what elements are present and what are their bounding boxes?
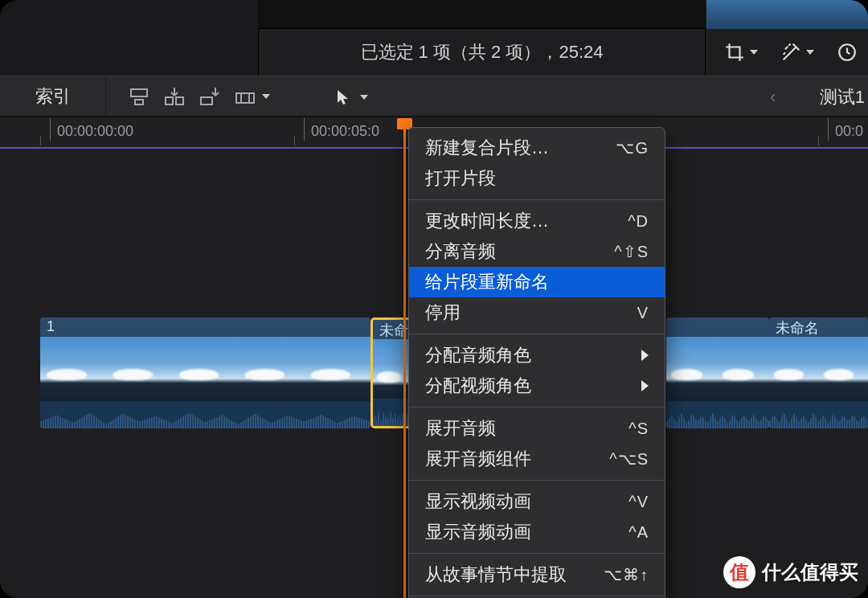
- enhance-tool[interactable]: [780, 42, 814, 63]
- clip-label: 1: [40, 317, 371, 337]
- menu-item[interactable]: 打开片段: [409, 163, 665, 194]
- project-title[interactable]: 测试1: [805, 85, 868, 109]
- menu-item-label: 显示音频动画: [425, 520, 531, 544]
- menu-shortcut: ^A: [628, 520, 649, 544]
- menu-shortcut: ^V: [628, 489, 649, 514]
- clip-audio-wave: [769, 401, 868, 428]
- svg-rect-4: [176, 97, 183, 104]
- clip-label: [666, 317, 769, 337]
- timeline-toolbar: 索引 ‹ 测试1: [0, 76, 868, 117]
- menu-item-label: 分离音频: [425, 240, 496, 264]
- menu-item[interactable]: 给片段重新命名: [409, 267, 665, 297]
- clip-label: 未命名: [769, 317, 868, 337]
- menu-item-label: 显示视频动画: [425, 489, 531, 514]
- clip-video-thumbs: [666, 337, 769, 401]
- crop-tool[interactable]: [724, 42, 758, 63]
- menu-item-label: 新建复合片段…: [425, 136, 549, 160]
- timeline-clip[interactable]: [666, 317, 769, 428]
- clip-video-thumbs: [40, 337, 371, 401]
- menu-shortcut: ⌥G: [616, 136, 649, 160]
- arrow-cursor-icon: [336, 88, 350, 106]
- ruler-timecode: 00:00:05:0: [304, 118, 379, 141]
- menu-item-label: 停用: [425, 301, 461, 325]
- clip-audio-wave: [373, 399, 413, 426]
- menu-item-label: 分配音频角色: [425, 343, 531, 367]
- menu-shortcut: ^⌥S: [609, 447, 649, 471]
- menu-shortcut: ⌥⌘↑: [604, 563, 649, 587]
- timeline-clip[interactable]: 未命名: [769, 317, 868, 428]
- overwrite-clip-dropdown[interactable]: [235, 86, 270, 107]
- insert-clip-icon[interactable]: [164, 86, 185, 107]
- menu-item[interactable]: 从故事情节中提取⌥⌘↑: [409, 559, 665, 590]
- index-label: 索引: [35, 84, 71, 109]
- menu-separator: [409, 553, 665, 554]
- ruler-tick: [294, 136, 301, 145]
- menu-item-label: 更改时间长度…: [425, 209, 549, 233]
- ruler-tick: [818, 136, 825, 145]
- menu-separator: [409, 407, 665, 408]
- menu-item-label: 打开片段: [425, 166, 496, 190]
- svg-rect-2: [135, 100, 143, 104]
- watermark-badge: 值: [723, 556, 755, 588]
- menu-item[interactable]: 显示音频动画^A: [409, 517, 665, 547]
- clip-video-thumbs: [769, 337, 868, 401]
- ruler-tick: [40, 136, 47, 145]
- clip-label: 未命: [373, 320, 413, 339]
- select-tool-dropdown[interactable]: [336, 76, 368, 117]
- retime-tool[interactable]: [837, 42, 858, 63]
- selection-status: 已选定 1 项（共 2 项），25:24: [361, 40, 604, 64]
- clip-audio-wave: [666, 401, 769, 428]
- menu-item[interactable]: 显示视频动画^V: [409, 486, 665, 517]
- menu-item[interactable]: 展开音频^S: [409, 413, 665, 444]
- viewer-pane-top: [258, 0, 706, 29]
- menu-separator: [409, 199, 665, 200]
- chevron-down-icon: [806, 50, 814, 55]
- menu-item[interactable]: 更改时间长度…^D: [409, 206, 665, 236]
- menu-separator: [409, 596, 665, 596]
- menu-item-label: 从故事情节中提取: [425, 563, 567, 587]
- menu-item[interactable]: 分离音频^⇧S: [409, 236, 665, 267]
- browser-pane: [0, 0, 258, 76]
- clip-context-menu: 新建复合片段…⌥G打开片段更改时间长度…^D分离音频^⇧S给片段重新命名停用V分…: [408, 127, 665, 598]
- svg-rect-1: [131, 89, 147, 96]
- playhead[interactable]: [403, 118, 406, 598]
- chevron-down-icon: [360, 95, 368, 100]
- overwrite-clip-icon: [235, 86, 256, 107]
- status-bar: 已选定 1 项（共 2 项），25:24: [258, 29, 706, 76]
- menu-shortcut: ^⇧S: [614, 240, 649, 264]
- menu-separator: [409, 334, 665, 334]
- menu-shortcut: ^D: [628, 209, 649, 233]
- clip-audio-wave: [40, 401, 371, 428]
- history-back-button[interactable]: ‹: [741, 87, 805, 108]
- menu-item[interactable]: 分配视频角色: [409, 371, 665, 401]
- chevron-down-icon: [750, 50, 758, 55]
- watermark-text: 什么值得买: [762, 559, 858, 585]
- menu-item-label: 分配视频角色: [425, 374, 531, 398]
- svg-rect-3: [166, 97, 173, 104]
- ruler-timecode: 00:00:00:00: [50, 118, 133, 141]
- chevron-down-icon: [262, 94, 270, 99]
- menu-separator: [409, 480, 665, 481]
- submenu-arrow-icon: [641, 350, 649, 361]
- menu-shortcut: V: [637, 301, 649, 325]
- append-clip-icon[interactable]: [199, 86, 220, 107]
- menu-item-label: 展开音频: [425, 416, 496, 440]
- connect-clip-icon[interactable]: [129, 86, 149, 107]
- watermark: 值 什么值得买: [723, 556, 858, 588]
- index-button[interactable]: 索引: [0, 76, 106, 117]
- menu-item[interactable]: 停用V: [409, 297, 665, 328]
- submenu-arrow-icon: [641, 380, 649, 391]
- menu-shortcut: ^S: [628, 416, 649, 440]
- menu-item[interactable]: 新建复合片段…⌥G: [409, 133, 665, 163]
- menu-item[interactable]: 展开音频组件^⌥S: [409, 444, 665, 474]
- svg-rect-8: [201, 97, 212, 104]
- ruler-timecode: 00:0: [828, 118, 863, 141]
- viewer-thumbnail: [706, 0, 868, 29]
- timeline-clip[interactable]: 1: [40, 317, 371, 428]
- viewer-tools: [706, 29, 868, 76]
- menu-item[interactable]: 分配音频角色: [409, 340, 665, 371]
- svg-rect-12: [236, 93, 254, 103]
- clip-video-thumbs: [373, 339, 413, 403]
- svg-rect-13: [241, 93, 249, 103]
- menu-item-label: 给片段重新命名: [425, 270, 549, 294]
